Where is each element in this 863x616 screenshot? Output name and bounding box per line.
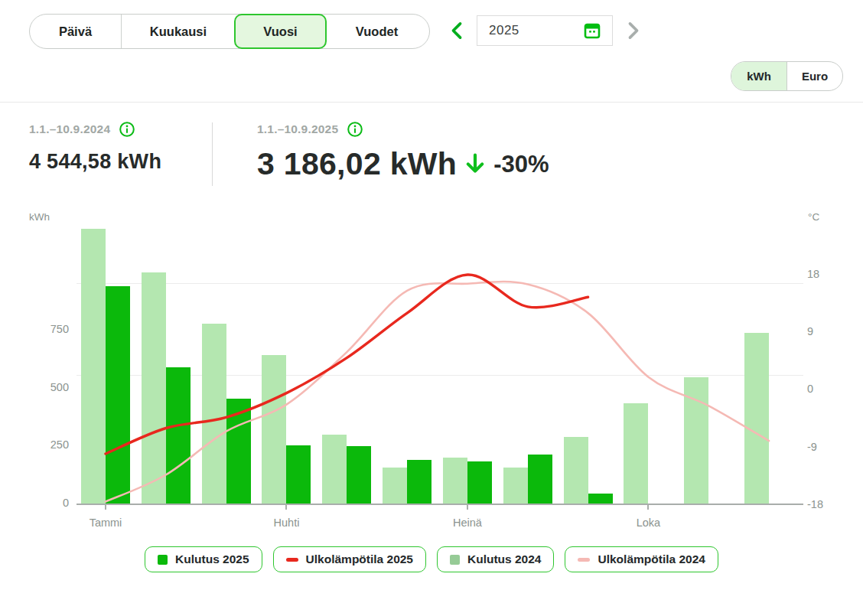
change-percentage: -30% <box>493 151 549 178</box>
legend-label: Ulkolämpötila 2025 <box>306 552 413 566</box>
bar-kulutus-2025-m2 <box>166 367 191 504</box>
x-tick-mark <box>647 505 649 510</box>
bar-kulutus-2024-m3 <box>202 324 226 504</box>
kwh-tick-label: 750 <box>23 322 69 336</box>
bar-kulutus-2025-m4 <box>286 445 311 504</box>
calendar-icon <box>584 22 601 39</box>
temperature-lines <box>0 0 863 616</box>
month-label: Tammi <box>71 517 140 529</box>
month-label: Loka <box>614 517 682 529</box>
bar-kulutus-2024-m6 <box>383 468 407 504</box>
kwh-tick-label: 0 <box>23 496 69 510</box>
left-axis-title: kWh <box>29 211 50 223</box>
legend-label: Kulutus 2025 <box>175 552 249 566</box>
temp-tick-label: -18 <box>807 497 845 511</box>
unit-toggle: kWhEuro <box>731 61 843 91</box>
current-period-value: 3 186,02 kWh <box>257 146 457 182</box>
bar-kulutus-2024-m7 <box>443 458 467 504</box>
gridline <box>77 283 803 284</box>
info-icon[interactable] <box>347 121 363 138</box>
tab-kuukausi[interactable]: Kuukausi <box>121 15 235 48</box>
year-input[interactable]: 2025 <box>477 15 613 46</box>
line-swatch-icon <box>578 558 590 562</box>
bar-kulutus-2025-m1 <box>106 286 130 504</box>
previous-year-button[interactable] <box>448 21 466 41</box>
month-label: Huhti <box>252 517 321 529</box>
legend-item-kulutus-2025[interactable]: Kulutus 2025 <box>145 546 262 572</box>
bar-kulutus-2025-m5 <box>347 446 371 504</box>
legend-item-kulutus-2024[interactable]: Kulutus 2024 <box>437 546 554 572</box>
x-tick-mark <box>467 505 468 510</box>
bar-swatch-icon <box>450 555 460 565</box>
bar-kulutus-2025-m7 <box>467 461 492 504</box>
chevron-right-icon <box>627 21 640 40</box>
gridline <box>77 375 803 376</box>
legend-label: Ulkolämpötila 2024 <box>598 552 705 566</box>
bar-kulutus-2024-m10 <box>624 403 648 504</box>
header-divider <box>0 102 863 103</box>
bar-kulutus-2025-m9 <box>588 494 613 504</box>
bar-kulutus-2024-m4 <box>262 355 286 504</box>
line-ulkolämpötila-2024 <box>106 282 769 502</box>
x-axis-line <box>77 504 803 505</box>
current-period-label: 1.1.–10.9.2025 <box>257 122 338 136</box>
unit-option-euro[interactable]: Euro <box>786 62 842 90</box>
bar-swatch-icon <box>158 555 168 565</box>
x-tick-mark <box>285 505 287 510</box>
bar-kulutus-2024-m9 <box>564 437 588 504</box>
next-year-button[interactable] <box>624 21 643 41</box>
bar-kulutus-2025-m3 <box>226 399 251 504</box>
line-ulkolämpötila-2025 <box>106 275 588 454</box>
chevron-left-icon <box>451 21 463 40</box>
arrow-down-icon <box>464 152 487 177</box>
bar-kulutus-2024-m8 <box>503 468 528 504</box>
info-icon[interactable] <box>119 121 135 138</box>
bar-kulutus-2024-m5 <box>322 435 347 504</box>
kwh-tick-label: 500 <box>23 380 69 394</box>
consumption-chart: kWh °C 0250500750-18-90918TammiHuhtiHein… <box>0 0 863 616</box>
month-label: Heinä <box>433 517 502 529</box>
line-swatch-icon <box>286 558 298 562</box>
temp-tick-label: 9 <box>807 324 845 338</box>
bar-kulutus-2024-m12 <box>744 333 769 504</box>
legend-label: Kulutus 2024 <box>467 552 541 566</box>
bar-kulutus-2025-m8 <box>528 455 552 504</box>
tab-vuosi[interactable]: Vuosi <box>234 14 327 49</box>
bar-kulutus-2024-m2 <box>142 272 166 504</box>
legend-item-ulkolämpötila-2025[interactable]: Ulkolämpötila 2025 <box>273 546 426 572</box>
bar-kulutus-2024-m1 <box>81 229 106 504</box>
period-tabs: PäiväKuukausiVuosiVuodet <box>29 14 430 49</box>
previous-period-value: 4 544,58 kWh <box>29 150 161 174</box>
bar-kulutus-2025-m6 <box>407 460 432 504</box>
kwh-tick-label: 250 <box>23 438 69 451</box>
unit-option-kwh[interactable]: kWh <box>731 62 786 90</box>
chart-legend: Kulutus 2025Ulkolämpötila 2025Kulutus 20… <box>0 546 863 572</box>
legend-item-ulkolämpötila-2024[interactable]: Ulkolämpötila 2024 <box>565 546 718 572</box>
temp-tick-label: 0 <box>807 382 845 396</box>
tab-päivä[interactable]: Päivä <box>30 15 121 48</box>
temp-tick-label: -9 <box>807 440 845 454</box>
x-tick-mark <box>105 505 106 510</box>
temp-tick-label: 18 <box>807 267 845 281</box>
previous-period-label: 1.1.–10.9.2024 <box>29 122 110 136</box>
right-axis-title: °C <box>808 211 819 223</box>
year-value: 2025 <box>489 23 584 38</box>
summary-current-period: 1.1.–10.9.2025 3 186,02 kWh -30% <box>257 120 549 182</box>
summary-previous-period: 1.1.–10.9.2024 4 544,58 kWh <box>29 120 161 174</box>
summary-divider <box>212 122 213 186</box>
bar-kulutus-2024-m11 <box>684 377 708 504</box>
tab-vuodet[interactable]: Vuodet <box>326 15 428 48</box>
